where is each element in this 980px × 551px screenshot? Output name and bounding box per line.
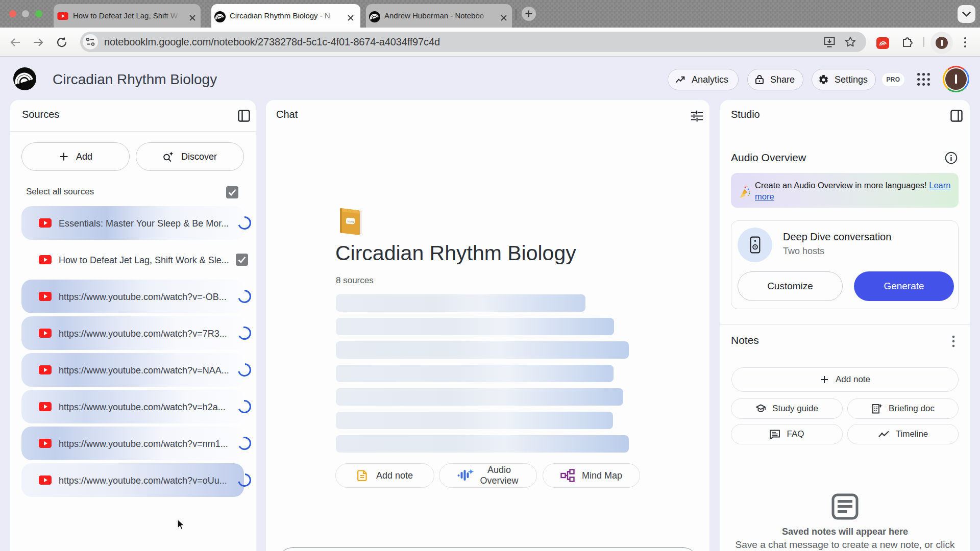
- svg-text:Notes: Notes: [348, 220, 355, 223]
